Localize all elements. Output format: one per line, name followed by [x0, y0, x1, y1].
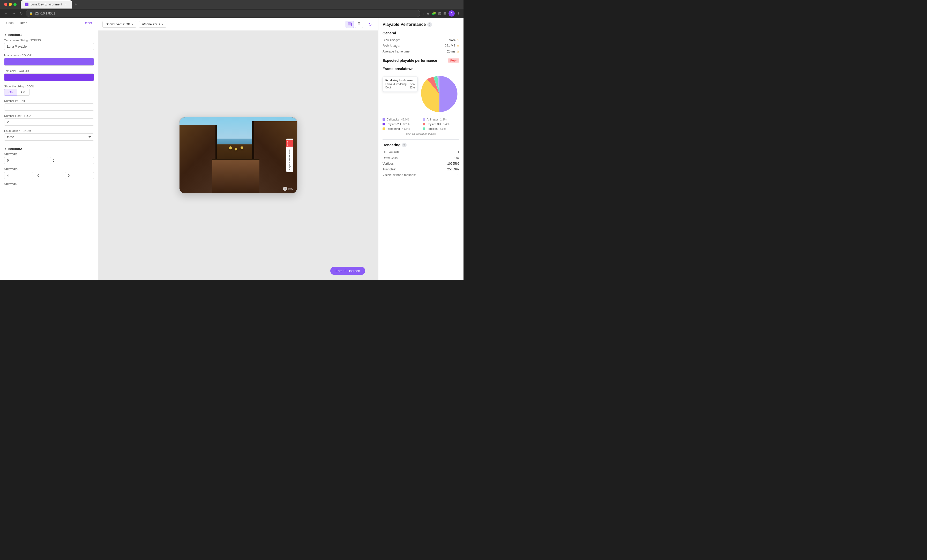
user-avatar[interactable]: A: [448, 10, 455, 17]
vector2-x-input[interactable]: [4, 157, 49, 164]
browser-menu-button[interactable]: ⋮: [457, 11, 460, 15]
tab-close-button[interactable]: ×: [64, 3, 68, 6]
title-bar: L Luna Dev Environment × +: [0, 0, 464, 9]
vector3-x-input[interactable]: [4, 172, 33, 179]
preview-area: unity Poor Playable Performance: Enter F…: [98, 31, 378, 280]
frame-time-row: Average frame time: 20 ms ⚠: [383, 50, 459, 53]
legend-grid: Callbacks 43.0% Animator 1.2% Physics 2D…: [383, 118, 459, 130]
legend-callbacks[interactable]: Callbacks 43.0%: [383, 118, 419, 121]
close-window-button[interactable]: [4, 3, 7, 6]
section1-title: section1: [8, 33, 22, 37]
tooltip-depth-row: Depth 12%: [385, 86, 415, 89]
vector3-z-input[interactable]: [65, 172, 94, 179]
ui-elements-row: UI Elements: 1: [383, 150, 459, 154]
legend-animator[interactable]: Animator 1.2%: [422, 118, 460, 121]
redo-button[interactable]: Redo: [18, 20, 29, 26]
vector2-y-input[interactable]: [50, 157, 94, 164]
sphere-1: [229, 146, 232, 149]
section2-chevron-icon: ▼: [4, 147, 7, 150]
rendering-help-icon[interactable]: ?: [402, 143, 407, 147]
tooltip-forward-rendering-label: Forward rendering: [385, 83, 407, 86]
bool-on-button[interactable]: On: [4, 89, 17, 96]
enum-select[interactable]: one two three four: [4, 134, 94, 141]
frame-time-number: 20 ms: [447, 50, 456, 53]
callbacks-pct: 43.0%: [401, 118, 409, 121]
text-color-field: Text color - COLOR: [4, 69, 94, 81]
new-tab-button[interactable]: +: [72, 1, 79, 8]
tooltip-forward-rendering-value: 87%: [410, 83, 415, 86]
extensions-button[interactable]: 🧩: [432, 11, 436, 15]
pie-rendering[interactable]: [421, 94, 439, 112]
ram-usage-value: 221 MB ⚠: [445, 44, 459, 47]
image-color-swatch[interactable]: [4, 58, 94, 66]
browser-chrome: L Luna Dev Environment × + ← → ↻ 🔒 127.0…: [0, 0, 464, 18]
poor-status-badge: Poor: [448, 58, 459, 62]
device-dropdown[interactable]: iPhone X/XS ▾: [139, 21, 166, 28]
text-color-swatch[interactable]: [4, 73, 94, 81]
physics3d-label: Physics 3D: [427, 123, 441, 126]
animator-pct: 1.2%: [440, 118, 447, 121]
active-tab[interactable]: L Luna Dev Environment ×: [21, 0, 72, 9]
share-button[interactable]: ↑: [422, 11, 424, 15]
pie-callbacks-2[interactable]: [439, 94, 457, 112]
section2-header[interactable]: ▼ section2: [4, 144, 94, 153]
ui-elements-value: 1: [457, 150, 459, 154]
draw-calls-row: Draw Calls: 187: [383, 156, 459, 160]
rendering-title-text: Rendering: [383, 143, 400, 147]
tooltip-forward-rendering-row: Forward rendering 87%: [385, 83, 415, 86]
tablet-icon: [348, 23, 352, 26]
reset-button[interactable]: Reset: [82, 20, 94, 26]
triangles-value: 2565997: [447, 167, 459, 171]
performance-side-tab[interactable]: Poor Playable Performance:: [286, 138, 293, 172]
bookmark-button[interactable]: ★: [426, 11, 430, 15]
vertices-label: Vertices:: [383, 162, 394, 165]
show-events-dropdown[interactable]: Show Events: Off ▾: [102, 21, 136, 28]
pie-callbacks[interactable]: [439, 76, 457, 94]
text-content-input[interactable]: [4, 43, 94, 50]
back-button[interactable]: ←: [3, 10, 9, 17]
performance-panel-title: Playable Performance: [383, 22, 426, 27]
physics2d-color-dot: [383, 123, 385, 125]
phone-icon: [358, 22, 360, 26]
general-section: General CPU Usage: 94% ⚠ RAM Usage: 221 …: [383, 31, 459, 53]
center-toolbar: Show Events: Off ▾ iPhone X/XS ▾: [98, 18, 378, 31]
tablet-view-button[interactable]: [345, 21, 354, 28]
vector3-y-input[interactable]: [35, 172, 64, 179]
number-int-label: Number Int - INT: [4, 99, 94, 102]
fullscreen-button[interactable]: Enter Fullscreen: [330, 267, 365, 275]
legend-rendering[interactable]: Rendering 41.6%: [383, 127, 419, 130]
number-int-input[interactable]: [4, 103, 94, 111]
unity-text: unity: [288, 187, 293, 190]
draw-calls-label: Draw Calls:: [383, 156, 398, 160]
section1-header[interactable]: ▼ section1: [4, 30, 94, 39]
performance-panel-header: Playable Performance ?: [383, 22, 459, 27]
chart-tooltip: Rendering breakdown Forward rendering 87…: [383, 76, 418, 92]
url-bar[interactable]: 🔒 127.0.0.1:8001: [26, 10, 420, 17]
tab-bar: L Luna Dev Environment × +: [21, 0, 457, 9]
tab-overview-button[interactable]: ⊞: [443, 11, 447, 15]
legend-physics2d[interactable]: Physics 2D 0.2%: [383, 123, 419, 126]
minimize-window-button[interactable]: [9, 3, 12, 6]
refresh-button[interactable]: ↻: [19, 10, 24, 17]
legend-particles[interactable]: Particles 5.6%: [422, 127, 460, 130]
number-float-input[interactable]: [4, 118, 94, 126]
maximize-window-button[interactable]: [14, 3, 17, 6]
frame-breakdown-section: Frame breakdown Rendering breakdown Forw…: [383, 67, 459, 135]
phone-view-button[interactable]: [355, 21, 363, 28]
callbacks-color-dot: [383, 118, 385, 121]
bool-off-button[interactable]: Off: [17, 89, 30, 96]
game-scene: unity: [179, 117, 297, 193]
performance-help-icon[interactable]: ?: [427, 22, 432, 27]
right-panel: Playable Performance ? General CPU Usage…: [378, 18, 464, 280]
sidebar-toggle-button[interactable]: ⊡: [438, 11, 441, 15]
pie-chart[interactable]: [419, 74, 459, 114]
legend-physics3d[interactable]: Physics 3D 8.4%: [422, 123, 460, 126]
number-float-field: Number Float - FLOAT: [4, 114, 94, 126]
draw-calls-value: 187: [454, 156, 459, 160]
preview-refresh-button[interactable]: ↻: [366, 21, 374, 28]
undo-button[interactable]: Undo: [4, 20, 16, 26]
chart-area: Rendering breakdown Forward rendering 87…: [383, 74, 459, 115]
ram-usage-number: 221 MB: [445, 44, 456, 47]
physics3d-color-dot: [422, 123, 425, 125]
forward-button[interactable]: →: [11, 10, 17, 17]
